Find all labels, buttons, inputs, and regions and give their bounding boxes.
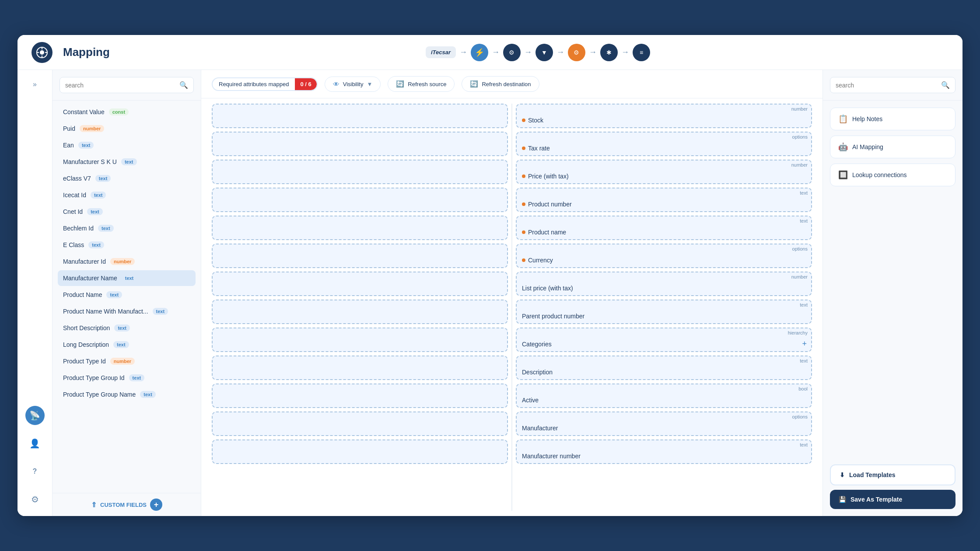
dest-type-badge: text — [800, 442, 808, 447]
source-item-eclass[interactable]: E Class text — [58, 237, 196, 253]
ai-mapping-icon: 🤖 — [838, 142, 848, 152]
source-item-tag: text — [122, 275, 137, 282]
source-item-ean[interactable]: Ean text — [58, 137, 196, 153]
right-search-input[interactable] — [836, 82, 938, 89]
save-template-button[interactable]: 💾 Save As Template — [830, 490, 956, 509]
source-item-product-name-with-manuf[interactable]: Product Name With Manufact... text — [58, 303, 196, 319]
source-item-product-type-group-name[interactable]: Product Type Group Name text — [58, 387, 196, 402]
visibility-button[interactable]: 👁 Visibility ▼ — [325, 77, 381, 92]
source-item-constant-value[interactable]: Constant Value const — [58, 104, 196, 120]
dest-label: Manufacturer number — [522, 453, 581, 460]
source-item-manufacturer-name[interactable]: Manufacturer Name text — [58, 270, 196, 286]
mapping-slot-6[interactable] — [212, 244, 508, 268]
dest-card-stock[interactable]: number Stock — [516, 104, 812, 128]
pipeline-step-menu[interactable]: ≡ — [633, 44, 650, 61]
dest-card-price[interactable]: number Price (with tax) — [516, 160, 812, 184]
sidebar-icon-settings[interactable]: ⚙ — [25, 490, 45, 509]
mapping-slot-11[interactable] — [212, 384, 508, 408]
dest-card-tax-rate[interactable]: options Tax rate — [516, 132, 812, 156]
source-item-tag: number — [110, 258, 135, 265]
add-custom-field-button[interactable]: + — [150, 499, 162, 511]
svg-point-1 — [40, 50, 44, 55]
source-item-name: Short Description — [63, 324, 110, 331]
dest-label: Currency — [528, 257, 553, 264]
dest-card-active[interactable]: bool Active — [516, 384, 812, 408]
pipeline-step-funnel[interactable]: ⚙ — [568, 44, 585, 61]
dest-card-parent-product[interactable]: text Parent product number — [516, 300, 812, 324]
mapping-slot-3[interactable] — [212, 160, 508, 184]
source-mapping-col — [208, 98, 511, 516]
refresh-source-button[interactable]: 🔄 Refresh source — [388, 76, 455, 92]
dest-label: Price (with tax) — [528, 173, 569, 180]
dest-type-badge: options — [792, 414, 808, 419]
sidebar-icon-help[interactable]: ? — [25, 462, 45, 481]
mapping-slot-13[interactable] — [212, 439, 508, 464]
required-dot — [522, 202, 525, 206]
dest-label: Manufacturer — [522, 425, 558, 432]
mapping-slot-1[interactable] — [212, 104, 508, 128]
ai-mapping-button[interactable]: 🤖 AI Mapping — [830, 136, 956, 158]
pipeline-step-filter[interactable]: ▼ — [536, 44, 553, 61]
header: Mapping iTecsar → ⚡ → ⚙ → ▼ → ⚙ → ✱ → ≡ — [18, 35, 962, 70]
source-item-name: Icecat Id — [63, 192, 86, 199]
refresh-dest-button[interactable]: 🔄 Refresh destination — [462, 76, 539, 92]
dest-card-manufacturer-number[interactable]: text Manufacturer number — [516, 439, 812, 464]
dest-card-categories[interactable]: hierarchy Categories + — [516, 328, 812, 352]
lookup-connections-button[interactable]: 🔲 Lookup connections — [830, 164, 956, 186]
page-title: Mapping — [63, 45, 110, 59]
source-item-product-name[interactable]: Product Name text — [58, 287, 196, 303]
source-item-name: Manufacturer Id — [63, 258, 106, 265]
source-item-puid[interactable]: Puid number — [58, 121, 196, 136]
mapping-slot-10[interactable] — [212, 356, 508, 380]
source-item-eclass-v7[interactable]: eClass V7 text — [58, 171, 196, 186]
dest-label: Tax rate — [528, 145, 550, 152]
dest-card-manufacturer[interactable]: options Manufacturer — [516, 412, 812, 436]
dest-card-product-number[interactable]: text Product number — [516, 188, 812, 212]
sidebar-expand[interactable]: » — [29, 77, 40, 92]
load-templates-icon: ⬇ — [840, 471, 845, 478]
required-count: 0 / 6 — [295, 78, 316, 90]
mapping-toolbar: Required attributes mapped 0 / 6 👁 Visib… — [201, 70, 822, 98]
required-dot — [522, 230, 525, 234]
help-notes-button[interactable]: 📋 Help Notes — [830, 108, 956, 130]
source-item-product-type-group-id[interactable]: Product Type Group Id text — [58, 370, 196, 386]
main-layout: » 📡 👤 ? ⚙ 🔍 Constant Value const — [18, 70, 962, 516]
dest-card-description[interactable]: text Description — [516, 356, 812, 380]
source-item-cnet-id[interactable]: Cnet Id text — [58, 204, 196, 220]
source-item-manufacturer-sku[interactable]: Manufacturer S K U text — [58, 154, 196, 170]
dest-label: Stock — [528, 117, 543, 124]
right-search-area: 🔍 — [823, 70, 962, 101]
mapping-slot-2[interactable] — [212, 132, 508, 156]
dest-card-currency[interactable]: options Currency — [516, 244, 812, 268]
mapping-slot-7[interactable] — [212, 272, 508, 296]
sidebar-icon-user[interactable]: 👤 — [25, 434, 45, 453]
mapping-slot-4[interactable] — [212, 188, 508, 212]
pipeline-step-settings[interactable]: ⚙ — [503, 44, 521, 61]
pipeline-step-settings2[interactable]: ✱ — [600, 44, 618, 61]
source-search-input[interactable] — [65, 82, 176, 89]
source-item-short-desc[interactable]: Short Description text — [58, 320, 196, 336]
categories-add-icon[interactable]: + — [802, 339, 807, 349]
load-templates-button[interactable]: ⬇ Load Templates — [830, 464, 956, 485]
source-item-icecat-id[interactable]: Icecat Id text — [58, 187, 196, 203]
pipeline-step-source[interactable]: ⚡ — [471, 44, 488, 61]
right-search-box: 🔍 — [830, 77, 956, 93]
mapping-slot-8[interactable] — [212, 300, 508, 324]
dest-card-product-name[interactable]: text Product name — [516, 216, 812, 240]
mapping-slot-5[interactable] — [212, 216, 508, 240]
custom-fields-label: CUSTOM FIELDS — [100, 502, 147, 508]
required-text: Required attributes mapped — [213, 78, 295, 90]
mapping-slot-9[interactable] — [212, 328, 508, 352]
mapping-slot-12[interactable] — [212, 412, 508, 436]
source-item-bechlem-id[interactable]: Bechlem Id text — [58, 220, 196, 236]
source-item-manufacturer-id[interactable]: Manufacturer Id number — [58, 254, 196, 269]
sidebar-icon-broadcast[interactable]: 📡 — [25, 406, 45, 425]
dest-label: List price (with tax) — [522, 285, 573, 292]
source-item-tag: text — [140, 391, 156, 398]
source-panel: 🔍 Constant Value const Puid number Ean t… — [52, 70, 201, 516]
source-item-name: E Class — [63, 241, 84, 248]
source-item-product-type-id[interactable]: Product Type Id number — [58, 353, 196, 369]
dest-card-list-price[interactable]: number List price (with tax) — [516, 272, 812, 296]
source-item-long-desc[interactable]: Long Description text — [58, 337, 196, 352]
custom-fields-row[interactable]: ⇑ CUSTOM FIELDS + — [52, 493, 201, 516]
